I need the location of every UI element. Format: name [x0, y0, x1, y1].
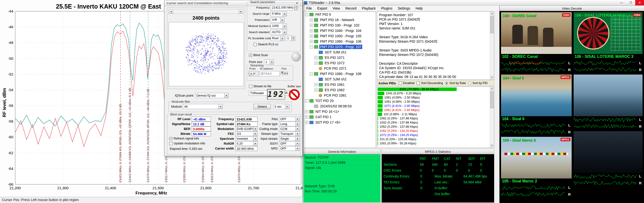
result-dropdown[interactable]: DVB-S2/8PS: [236, 126, 258, 131]
pid-row[interactable]: 102 (3.88% - 2.11 Mbps): [378, 112, 490, 116]
spin-down-icon[interactable]: [292, 38, 295, 41]
constellation-scrollbar[interactable]: ◄ ►: [169, 9, 243, 14]
pid-row[interactable]: 1051 (4.59% - 2.50 Mbps): [378, 100, 490, 104]
search-pls-checkbox[interactable]: Search PLS cc: [254, 43, 278, 46]
menu-record[interactable]: Record: [342, 6, 359, 10]
checkbox-icon[interactable]: [169, 142, 172, 145]
blind-scan-checkbox[interactable]: Blind Scan: [249, 54, 268, 57]
pid-row[interactable]: 1071 (4.41% - 2.40 Mbps): [378, 104, 490, 108]
video-thumbnail[interactable]: 105 - Sisal Maroc 2MPEG: [501, 137, 572, 178]
pid-row[interactable]: 1081 (4.41% - 2.40 Mbps): [378, 108, 490, 112]
expand-icon[interactable]: +: [305, 110, 308, 113]
tree-item[interactable]: +PMT PID 16 - Network: [304, 17, 376, 22]
spin-up-icon[interactable]: [292, 36, 295, 38]
refresh-signal-checkbox[interactable]: Refresh signal info: [169, 137, 199, 140]
result-dropdown[interactable]: Single: [279, 136, 300, 141]
param-dropdown[interactable]: V/R: [271, 18, 284, 22]
pid-row[interactable]: 1042 (0.25% - 137.86 Kbps): [378, 120, 490, 125]
menu-export[interactable]: Export: [315, 6, 330, 10]
expand-icon[interactable]: +: [314, 56, 318, 59]
close-button[interactable]: ✕: [635, 0, 644, 6]
pid-row[interactable]: 1082 (0.25% - 134.25 Kbps): [378, 129, 490, 133]
param-dropdown[interactable]: 1000: [271, 24, 287, 29]
param-dropdown[interactable]: AUTO: [271, 30, 287, 35]
expand-icon[interactable]: +: [305, 116, 308, 119]
param-spinner[interactable]: 21421.000 MHz: [271, 5, 298, 10]
checkbox-icon[interactable]: [249, 54, 252, 57]
dial-knob[interactable]: [292, 52, 301, 62]
tree-item[interactable]: +PMT PID 1050 - Progr. 105: [304, 33, 376, 39]
checkbox-icon[interactable]: [399, 82, 402, 85]
spin-up-icon[interactable]: [294, 5, 298, 8]
pid-row[interactable]: 101 (0.23% - 125.36 Kbps): [378, 137, 490, 142]
radio-icon[interactable]: [445, 82, 448, 85]
checkbox-icon[interactable]: [249, 85, 252, 88]
sort-option[interactable]: Sort Descending: [417, 82, 443, 85]
update-modulation-checkbox[interactable]: Update modulation info: [169, 142, 205, 145]
video-thumbnail[interactable]: [574, 131, 642, 173]
pid-row[interactable]: 1061 (4.59% - 2.50 Mbps): [378, 96, 490, 100]
video-thumbnail[interactable]: 106 - SISAL LOTERIE MAROC 3H264: [574, 12, 642, 54]
param-dropdown[interactable]: 5 MHz: [271, 11, 287, 16]
point-size-dropdown[interactable]: 1: [264, 59, 274, 64]
collapse-icon[interactable]: −: [305, 99, 308, 102]
video-thumbnail[interactable]: [574, 74, 642, 116]
menu-settings[interactable]: Settings: [395, 6, 413, 10]
scroll-up-icon[interactable]: [490, 87, 494, 91]
tree-item[interactable]: −PMT PID 1070 - Progr. 107: [304, 44, 376, 50]
tree-item[interactable]: +ES PID 1071: [304, 55, 376, 60]
tree-item[interactable]: −TOT PID 20: [304, 98, 376, 104]
collapse-icon[interactable]: −: [310, 72, 313, 76]
expand-icon[interactable]: +: [314, 83, 318, 86]
tree-item[interactable]: −PMT PID 1080 - Progr. 108: [304, 71, 376, 76]
titlebar[interactable]: TSReader -- 2.8.55a — ❐ ✕: [303, 0, 644, 6]
scroll-left-icon[interactable]: ◄: [169, 9, 173, 14]
tree-item[interactable]: −PAT PID 0: [304, 12, 376, 17]
pid-row[interactable]: 1062 (0.25% - 137.86 Kbps): [378, 116, 490, 120]
expand-icon[interactable]: +: [314, 62, 318, 65]
scroll-down-icon[interactable]: [490, 144, 494, 148]
tree-item[interactable]: +ES PID 1081: [304, 82, 376, 87]
expand-icon[interactable]: +: [310, 24, 313, 27]
expand-icon[interactable]: +: [305, 121, 308, 124]
scroll-down-icon[interactable]: [490, 76, 494, 80]
ip-address-input[interactable]: 127.0.0.1: [260, 71, 280, 76]
scrollbar[interactable]: [490, 87, 494, 148]
tree-item[interactable]: +PMT PID 1040 - Progr. 104: [304, 28, 376, 33]
sort-option[interactable]: Disabled: [399, 82, 415, 85]
menu-file[interactable]: File: [304, 6, 315, 10]
menu-plugins[interactable]: Plugins: [378, 6, 395, 10]
minimize-button[interactable]: —: [617, 0, 626, 6]
result-dropdown[interactable]: CCM: [279, 126, 300, 131]
port-spinner[interactable]: 6969: [280, 71, 292, 76]
result-dropdown[interactable]: 2/3: [236, 132, 258, 136]
checkbox-icon[interactable]: [169, 137, 172, 140]
tree-item[interactable]: PCR PID 1081: [304, 93, 376, 98]
proto-dropdown[interactable]: TCP: [249, 71, 258, 76]
tree-item[interactable]: 2024/01/02 08:06:53: [304, 104, 376, 109]
iqscan-dropdown[interactable]: Demod IQ out: [195, 93, 228, 98]
result-dropdown[interactable]: Long: [279, 122, 300, 126]
result-dropdown[interactable]: OFF: [279, 141, 300, 146]
detect-button[interactable]: Detect: [254, 104, 271, 109]
pid-row[interactable]: 1052 (0.25% - 137.86 Kbps): [378, 125, 490, 129]
pid-row[interactable]: 1072 (0.25% - 134.25 Kbps): [378, 133, 490, 137]
spin-down-icon[interactable]: [280, 71, 284, 74]
pid-row[interactable]: 1001 (0.09% - 50.26 Kbps): [378, 142, 490, 146]
expand-icon[interactable]: +: [310, 34, 313, 38]
menu-help[interactable]: Help: [413, 6, 426, 10]
tree-item[interactable]: SDT: SJM ch2: [304, 76, 376, 82]
tree-item[interactable]: +PMT PID 1060 - Progr. 106: [304, 39, 376, 44]
checkbox-icon[interactable]: [254, 43, 257, 46]
expand-icon[interactable]: +: [310, 40, 313, 43]
interval-dropdown[interactable]: 3 sec: [273, 104, 290, 109]
menu-playback[interactable]: Playback: [359, 6, 378, 10]
expand-icon[interactable]: +: [310, 29, 313, 32]
result-dropdown[interactable]: 0.20: [236, 141, 258, 146]
tree-item[interactable]: +SDT PID 17 <6>: [304, 120, 376, 125]
tree-item[interactable]: PCR PID 1071: [304, 66, 376, 71]
tree-item[interactable]: SDT: SJM ch1: [304, 50, 376, 55]
stream-to-file-checkbox[interactable]: Stream to file: [249, 84, 272, 88]
scroll-up-icon[interactable]: [490, 12, 494, 16]
result-dropdown[interactable]: OFF: [279, 117, 300, 121]
